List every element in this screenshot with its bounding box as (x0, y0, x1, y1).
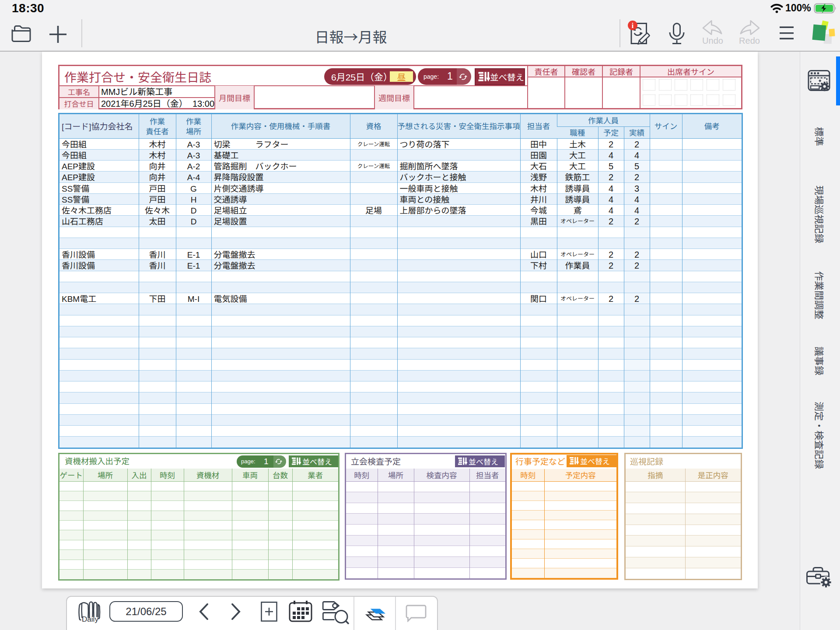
svg-text:i: i (632, 22, 634, 29)
